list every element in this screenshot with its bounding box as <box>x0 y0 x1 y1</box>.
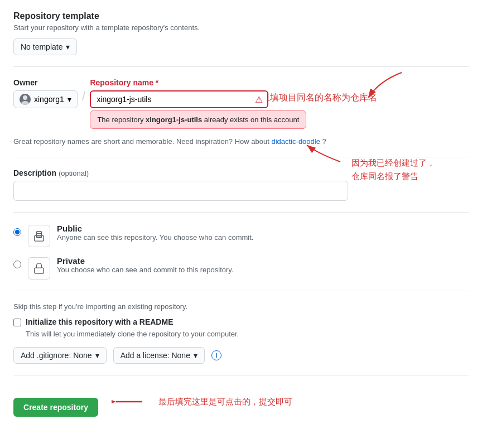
visibility-section: Public Anyone can see this repository. Y… <box>13 224 469 280</box>
public-option: Public Anyone can see this repository. Y… <box>13 224 469 247</box>
warning-icon: ⚠ <box>255 94 263 105</box>
owner-select-button[interactable]: xingorg1 ▾ <box>13 90 78 108</box>
template-button[interactable]: No template ▾ <box>13 38 77 55</box>
divider-4 <box>13 291 469 291</box>
divider-3 <box>13 212 469 213</box>
public-desc: Anyone can see this repository. You choo… <box>57 233 253 242</box>
private-option: Private You choose who can see and commi… <box>13 256 469 280</box>
owner-avatar <box>20 94 31 105</box>
repo-name-input[interactable] <box>90 90 268 108</box>
init-checkbox-desc: This will let you immediately clone the … <box>26 330 469 338</box>
slash-separator: / <box>82 89 86 103</box>
init-checkbox-row: Initialize this repository with a README <box>13 317 469 326</box>
public-text: Public Anyone can see this repository. Y… <box>57 224 253 242</box>
public-label: Public <box>57 224 253 233</box>
init-section: Skip this step if you're importing an ex… <box>13 302 469 364</box>
annotation-arrow-mid <box>301 139 346 167</box>
annotation-mid: 因为我已经创建过了， 仓库同名报了警告 <box>351 156 435 183</box>
license-dropdown[interactable]: Add a license: None ▾ <box>113 347 205 364</box>
chevron-down-icon-license: ▾ <box>194 351 197 360</box>
optional-label: (optional) <box>59 169 89 177</box>
gitignore-label: Add .gitignore: None <box>21 351 92 360</box>
template-section: Repository template Start your repositor… <box>13 11 469 55</box>
svg-point-2 <box>23 95 27 100</box>
repo-name-field-group: Repository name * ⚠ The repository xingo… <box>90 78 268 108</box>
private-radio[interactable] <box>13 261 21 268</box>
chevron-down-icon: ▾ <box>68 95 71 104</box>
private-desc: You choose who can see and commit to thi… <box>57 266 234 274</box>
template-desc: Start your repository with a template re… <box>13 23 469 32</box>
owner-name: xingorg1 <box>34 95 64 104</box>
private-icon <box>28 257 50 280</box>
template-btn-label: No template <box>21 42 62 51</box>
public-radio[interactable] <box>13 228 21 236</box>
init-note: Skip this step if you're importing an ex… <box>13 302 469 311</box>
dropdowns-row: Add .gitignore: None ▾ Add a license: No… <box>13 347 469 364</box>
error-tooltip-bold: xingorg1-js-utils <box>146 115 202 124</box>
chevron-down-icon-gitignore: ▾ <box>95 351 99 360</box>
annotation-arrow-bottom <box>112 395 145 408</box>
description-input[interactable] <box>13 181 348 201</box>
owner-field-group: Owner xingorg1 ▾ <box>13 78 78 108</box>
divider-5 <box>13 375 469 375</box>
avatar-svg <box>20 94 31 105</box>
license-label: Add a license: None <box>120 351 190 360</box>
template-title: Repository template <box>13 11 469 21</box>
public-icon <box>28 225 50 247</box>
owner-label: Owner <box>13 78 78 87</box>
error-tooltip: The repository xingorg1-js-utils already… <box>90 110 306 129</box>
repo-name-wrapper: ⚠ The repository xingorg1-js-utils alrea… <box>90 90 268 108</box>
create-repository-button[interactable]: Create repository <box>13 398 98 417</box>
init-checkbox[interactable] <box>13 319 21 326</box>
repo-name-label: Repository name * <box>90 78 268 87</box>
great-names-hint: Great repository names are short and mem… <box>13 137 469 146</box>
private-text: Private You choose who can see and commi… <box>57 256 234 274</box>
chevron-down-icon: ▾ <box>66 42 70 51</box>
annotation-bottom: 最后填完这里是可点击的，提交即可 <box>158 397 292 407</box>
init-checkbox-label: Initialize this repository with a README <box>26 317 173 326</box>
gitignore-dropdown[interactable]: Add .gitignore: None ▾ <box>13 347 107 364</box>
page-wrapper: Repository template Start your repositor… <box>13 11 469 417</box>
annotation-top: 这里填项目同名的名称为仓库名 <box>252 67 424 104</box>
private-label: Private <box>57 256 234 266</box>
create-row: Create repository 最后填完这里是可点击的，提交即可 <box>13 387 469 417</box>
required-marker: * <box>156 78 158 87</box>
info-icon[interactable]: i <box>211 350 221 360</box>
svg-rect-8 <box>35 268 44 273</box>
